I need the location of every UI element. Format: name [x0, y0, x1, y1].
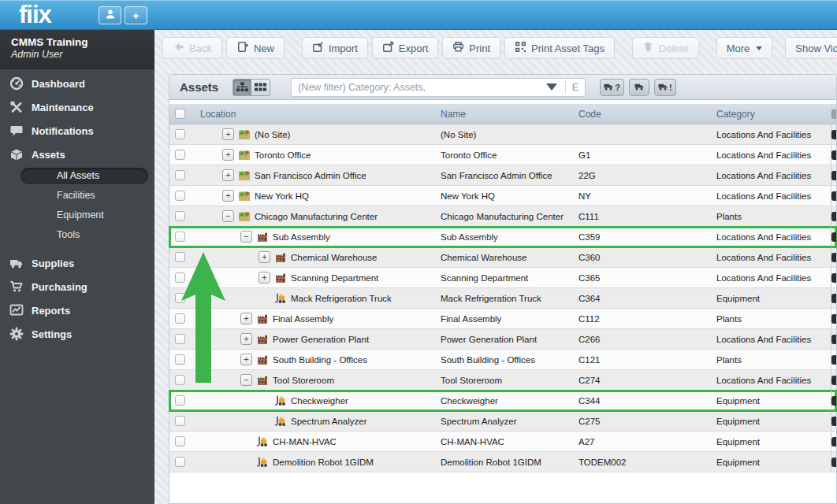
- equipment-icon: [274, 415, 287, 428]
- expand-button[interactable]: +: [222, 190, 234, 202]
- name-cell: CH-MAN-HVAC: [434, 437, 572, 447]
- view-toggle: [232, 79, 270, 96]
- table-row[interactable]: −Tool StoreroomTool StoreroomC274Locatio…: [169, 370, 836, 391]
- quick-button-suffix: ?: [615, 83, 620, 92]
- row-checkbox[interactable]: [175, 232, 185, 242]
- location-cell: CH-MAN-HVAC: [194, 432, 434, 451]
- row-checkbox[interactable]: [175, 170, 185, 180]
- row-checkbox[interactable]: [175, 395, 185, 406]
- export-button[interactable]: Export: [372, 37, 439, 59]
- location-cell: −Sub Assembly: [194, 227, 434, 246]
- new-button[interactable]: New: [226, 37, 285, 59]
- table-row[interactable]: Spectrum AnalyzerSpectrum AnalyzerC275Eq…: [169, 411, 836, 432]
- sidebar-item-tools[interactable]: Tools: [0, 225, 154, 245]
- sidebar-item-reports[interactable]: Reports: [0, 298, 154, 322]
- row-checkbox[interactable]: [175, 313, 185, 324]
- expand-button[interactable]: +: [222, 169, 234, 181]
- asset-quick-button-2[interactable]: !: [654, 79, 676, 96]
- expand-button[interactable]: +: [222, 149, 234, 161]
- column-header-location[interactable]: Location: [194, 109, 434, 120]
- expand-button[interactable]: +: [259, 272, 270, 284]
- sidebar-item-facilities[interactable]: Facilities: [0, 186, 154, 206]
- delete-button: Delete: [632, 37, 699, 59]
- table-row[interactable]: +South Building - OfficesSouth Building …: [169, 350, 836, 370]
- row-checkbox[interactable]: [175, 191, 185, 201]
- row-checkbox[interactable]: [175, 457, 185, 467]
- add-button[interactable]: +: [125, 6, 147, 24]
- sidebar-item-equipment[interactable]: Equipment: [0, 206, 154, 225]
- table-row[interactable]: +San Francisco Admin OfficeSan Francisco…: [169, 165, 836, 186]
- collapse-button[interactable]: −: [240, 231, 252, 243]
- expand-button[interactable]: +: [259, 251, 270, 263]
- filter-suffix: E: [572, 82, 578, 93]
- sidebar-item-assets[interactable]: Assets: [0, 143, 154, 166]
- table-row[interactable]: +Scanning DepartmentScanning DepartmentC…: [169, 268, 836, 288]
- checkbox-cell: [169, 150, 194, 160]
- row-checkbox[interactable]: [175, 150, 185, 160]
- table-row[interactable]: +Final AssemblyFinal AssemblyC112Plants: [169, 309, 836, 329]
- row-checkbox[interactable]: [175, 354, 185, 365]
- code-cell: TODEM002: [572, 458, 710, 467]
- table-row[interactable]: +New York HQNew York HQNYLocations And F…: [169, 186, 836, 206]
- table-row[interactable]: +Power Generation PlantPower Generation …: [169, 329, 836, 350]
- sidebar-item-settings[interactable]: Settings: [0, 322, 154, 346]
- expand-button[interactable]: +: [240, 333, 252, 345]
- tree-view-button[interactable]: [232, 79, 251, 96]
- code-cell: C121: [572, 355, 710, 365]
- sidebar-item-all-assets[interactable]: All Assets: [20, 168, 148, 184]
- column-header-name[interactable]: Name: [434, 109, 572, 120]
- clipped-icon: [831, 109, 836, 119]
- expand-button[interactable]: +: [222, 128, 234, 140]
- print-asset-tags-button[interactable]: Print Asset Tags: [504, 37, 615, 59]
- row-checkbox[interactable]: [175, 211, 185, 221]
- checkbox-cell: [169, 416, 194, 426]
- row-checkbox[interactable]: [175, 436, 185, 447]
- show-video-help-button[interactable]: Show Video Help: [785, 37, 837, 59]
- table-row[interactable]: CH-MAN-HVACCH-MAN-HVACA27Equipment: [169, 432, 836, 452]
- sidebar-item-purchasing[interactable]: Purchasing: [0, 275, 154, 298]
- qr-code-icon: [515, 41, 526, 55]
- sidebar-item-notifications[interactable]: Notifications: [0, 119, 154, 143]
- filter-dropdown[interactable]: (New filter) Category: Assets, E: [291, 78, 586, 97]
- name-cell: Spectrum Analyzer: [434, 417, 572, 426]
- clipped-column: [831, 227, 836, 246]
- table-row[interactable]: CheckweigherCheckweigherC344Equipment: [169, 391, 836, 411]
- row-checkbox[interactable]: [175, 375, 185, 385]
- table-row[interactable]: −Chicago Manufacturing CenterChicago Man…: [169, 206, 836, 227]
- collapse-button[interactable]: −: [222, 210, 234, 222]
- category-cell: Plants: [710, 355, 831, 365]
- back-button: Back: [162, 37, 222, 59]
- expand-button[interactable]: +: [240, 313, 252, 324]
- sidebar-item-dashboard[interactable]: Dashboard: [0, 72, 154, 95]
- column-header-code[interactable]: Code: [572, 109, 710, 120]
- table-row[interactable]: +Chemical WarehouseChemical WarehouseC36…: [169, 247, 836, 268]
- row-checkbox[interactable]: [175, 272, 185, 283]
- select-all-checkbox[interactable]: [175, 109, 185, 119]
- expand-button[interactable]: +: [240, 354, 252, 365]
- sidebar-item-maintenance[interactable]: Maintenance: [0, 95, 154, 119]
- row-checkbox[interactable]: [175, 293, 185, 303]
- import-button[interactable]: Import: [302, 37, 368, 59]
- table-row[interactable]: +Toronto OfficeToronto OfficeG1Locations…: [169, 145, 836, 165]
- list-view-button[interactable]: [251, 79, 270, 96]
- asset-quick-button-1[interactable]: [629, 79, 649, 96]
- sidebar-item-supplies[interactable]: Supplies: [0, 251, 154, 275]
- table-row[interactable]: −Sub AssemblySub AssemblyC359Locations A…: [169, 227, 836, 247]
- row-checkbox[interactable]: [175, 252, 185, 262]
- plant-icon: [256, 313, 269, 325]
- user-button[interactable]: [99, 6, 121, 24]
- row-checkbox[interactable]: [175, 416, 185, 426]
- more-button[interactable]: More: [716, 37, 773, 59]
- asset-quick-button-0[interactable]: ?: [600, 79, 624, 96]
- collapse-button[interactable]: −: [240, 374, 252, 386]
- table-row[interactable]: Demolition Robot 1GIDMDemolition Robot 1…: [169, 452, 836, 472]
- row-checkbox[interactable]: [175, 334, 185, 344]
- row-checkbox[interactable]: [175, 129, 185, 139]
- table-row[interactable]: Mack Refrigeration TruckMack Refrigerati…: [169, 288, 836, 309]
- column-header-category[interactable]: Category: [710, 109, 831, 120]
- table-row[interactable]: +(No Site)(No Site)Locations And Facilit…: [169, 124, 836, 145]
- sidebar-item-label: Assets: [32, 149, 65, 161]
- print-button[interactable]: Print: [442, 37, 500, 59]
- chevron-down-icon[interactable]: [546, 83, 557, 91]
- clipped-icon: [831, 437, 836, 447]
